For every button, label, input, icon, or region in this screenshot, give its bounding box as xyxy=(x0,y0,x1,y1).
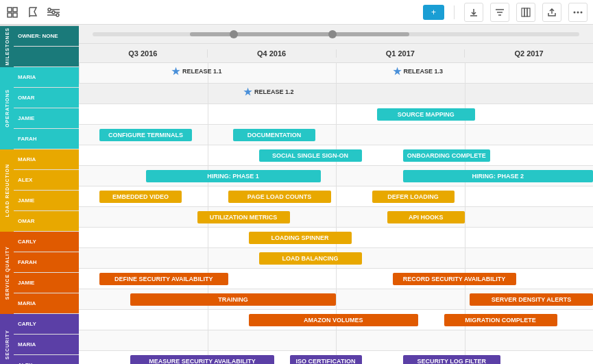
add-button[interactable]: + xyxy=(423,5,444,20)
operations-label: OPERATIONS xyxy=(0,67,14,149)
operations-section: OPERATIONS MARIA OMAR JAMIE FARAH xyxy=(0,67,79,149)
share-icon[interactable] xyxy=(542,3,561,22)
scrollbar-track[interactable] xyxy=(93,32,579,36)
q3-2016-header: Q3 2016 xyxy=(79,49,208,58)
sq-carly-row: DEFINE SECURITY AVAILABILITY RECORD SECU… xyxy=(79,269,593,289)
milestone-row-2: ★ RELEASE 1.2 xyxy=(79,84,593,104)
security-section: SECURITY CARLY MARIA ALEX xyxy=(0,314,79,364)
separator xyxy=(454,5,455,19)
ops-maria-row: SOURCE MAPPING xyxy=(79,104,593,125)
svg-rect-1 xyxy=(13,8,17,12)
scrollbar-container xyxy=(79,25,593,44)
load-alex-row: UTILIZATION METRICS API HOOKS xyxy=(79,207,593,228)
security-label: SECURITY xyxy=(0,314,14,364)
training-bar[interactable]: TRAINING xyxy=(130,293,336,306)
svg-point-7 xyxy=(56,14,59,16)
ops-omar-row: CONFIGURE TERMINALS DOCUMENTATION xyxy=(79,125,593,145)
scrollbar-thumb[interactable] xyxy=(190,32,409,36)
load-maria-row: EMBEDDED VIDEO PAGE LOAD COUNTS DEFER LO… xyxy=(79,186,593,207)
milestone-row2 xyxy=(14,47,79,67)
service-quality-label: SERVICE QUALITY xyxy=(0,232,14,314)
service-quality-section: SERVICE QUALITY CARLY FARAH JAMIE MARIA xyxy=(0,232,79,314)
load-balancing-bar[interactable]: LOAD BALANCING xyxy=(259,252,362,265)
define-security-bar[interactable]: DEFINE SECURITY AVAILABILITY xyxy=(99,273,228,285)
milestones-section-label: MILESTONES xyxy=(0,26,14,67)
sq-maria-row xyxy=(79,330,593,351)
svg-point-19 xyxy=(574,11,576,13)
ops-farah-row: HIRING: PHASE 1 HIRING: PHASE 2 xyxy=(79,166,593,186)
iso-cert-bar[interactable]: ISO CERTIFICATION xyxy=(290,355,362,364)
defer-loading-bar[interactable]: DEFER LOADING xyxy=(372,191,455,203)
server-density-bar[interactable]: SERVER DENSITY ALERTS xyxy=(470,293,593,306)
sq-jamie-row: AMAZON VOLUMES MIGRATION COMPLETE xyxy=(79,310,593,330)
svg-point-20 xyxy=(577,11,579,13)
onboarding-bar[interactable]: ONBOARDING COMPLETE xyxy=(403,149,491,162)
q4-2016-header: Q4 2016 xyxy=(208,49,337,58)
load-reduction-label: LOAD REDUCTION xyxy=(0,149,14,232)
page-load-counts-bar[interactable]: PAGE LOAD COUNTS xyxy=(228,191,331,203)
q2-2017-header: Q2 2017 xyxy=(465,49,593,58)
release-1-1-marker: ★ RELEASE 1.1 xyxy=(171,66,222,77)
milestone-row-1: ★ RELEASE 1.1 ★ RELEASE 1.3 xyxy=(79,63,593,84)
star-icon: ★ xyxy=(171,66,180,77)
documentation-bar[interactable]: DOCUMENTATION xyxy=(233,129,315,141)
configure-terminals-bar[interactable]: CONFIGURE TERMINALS xyxy=(99,129,192,141)
toolbar: + xyxy=(0,0,593,25)
grid-icon[interactable] xyxy=(5,5,19,19)
more-icon[interactable] xyxy=(568,3,588,22)
hiring-phase1-bar[interactable]: HIRING: PHASE 1 xyxy=(146,170,321,182)
release-1-3-marker: ★ RELEASE 1.3 xyxy=(393,66,444,77)
measure-security-bar[interactable]: MEASURE SECURITY AVAILABILITY xyxy=(130,355,274,364)
source-mapping-bar[interactable]: SOURCE MAPPING xyxy=(377,108,475,121)
record-security-bar[interactable]: RECORD SECURITY AVAILABILITY xyxy=(393,273,516,285)
load-jamie-row: LOADING SPINNER xyxy=(79,228,593,248)
load-omar-row: LOAD BALANCING xyxy=(79,248,593,269)
ops-maria-label: MARIA xyxy=(14,74,40,80)
scrollbar-right-handle[interactable] xyxy=(328,30,337,38)
quarter-headers: Q3 2016 Q4 2016 Q1 2017 Q2 2017 xyxy=(79,44,593,63)
social-sso-bar[interactable]: SOCIAL SINGLE SIGN-ON xyxy=(259,149,362,162)
utilization-metrics-bar[interactable]: UTILIZATION METRICS xyxy=(197,211,290,223)
sec-carly-row: MEASURE SECURITY AVAILABILITY ISO CERTIF… xyxy=(79,351,593,364)
embedded-video-bar[interactable]: EMBEDDED VIDEO xyxy=(99,191,182,203)
add-icon: + xyxy=(431,8,436,17)
filter-icon[interactable] xyxy=(47,5,60,19)
svg-rect-2 xyxy=(8,13,12,17)
milestone-owner-label: OWNER: NONE xyxy=(14,33,62,39)
flag-icon[interactable] xyxy=(26,5,40,19)
ops-omar-label: OMAR xyxy=(14,95,38,101)
svg-rect-3 xyxy=(13,13,17,17)
q1-2017-header: Q1 2017 xyxy=(337,49,465,58)
ops-jamie-label: JAMIE xyxy=(14,115,38,121)
sq-farah-row: TRAINING SERVER DENSITY ALERTS xyxy=(79,289,593,310)
milestone-owner-row: OWNER: NONE xyxy=(14,26,79,47)
download-icon[interactable] xyxy=(464,3,483,22)
svg-rect-0 xyxy=(8,8,12,12)
svg-point-5 xyxy=(48,8,51,11)
svg-point-6 xyxy=(52,11,55,14)
loading-spinner-bar[interactable]: LOADING SPINNER xyxy=(249,232,352,244)
svg-point-21 xyxy=(581,11,583,13)
columns-icon[interactable] xyxy=(516,3,535,22)
ops-farah-label: FARAH xyxy=(14,136,41,142)
security-log-bar[interactable]: SECURITY LOG FILTER xyxy=(403,355,501,364)
hiring-phase2-bar[interactable]: HIRING: PHASE 2 xyxy=(403,170,594,182)
migration-complete-bar[interactable]: MIGRATION COMPLETE xyxy=(444,314,557,326)
app-container: + MILESTONE xyxy=(0,0,593,364)
filter2-icon[interactable] xyxy=(490,3,509,22)
release-1-2-marker: ★ RELEASE 1.2 xyxy=(243,86,294,97)
load-reduction-section: LOAD REDUCTION MARIA ALEX JAMIE OMAR xyxy=(0,149,79,232)
star-icon: ★ xyxy=(243,86,252,97)
api-hooks-bar[interactable]: API HOOKS xyxy=(387,211,465,223)
scrollbar-left-handle[interactable] xyxy=(230,30,238,38)
star-icon: ★ xyxy=(393,66,402,77)
svg-rect-18 xyxy=(527,8,530,16)
amazon-volumes-bar[interactable]: AMAZON VOLUMES xyxy=(249,314,419,326)
ops-jamie-row: SOCIAL SINGLE SIGN-ON ONBOARDING COMPLET… xyxy=(79,145,593,166)
